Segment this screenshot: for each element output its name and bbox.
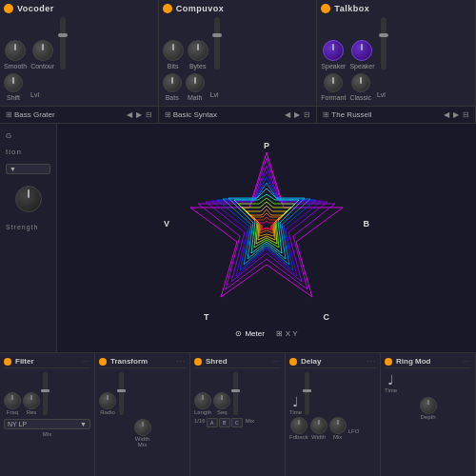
talkbox-next-arrow[interactable]: ▶ — [453, 110, 459, 119]
shred-fader[interactable] — [233, 372, 238, 415]
shred-indicator[interactable] — [194, 358, 202, 366]
filter-controls: Freq Res — [4, 372, 90, 415]
vocoder-module: Vocoder Smooth Contour Shift Lvl — [0, 0, 159, 123]
compuvox-math-group: Math — [186, 73, 205, 101]
delay-width-knob[interactable] — [310, 417, 327, 434]
vocoder-indicator[interactable] — [4, 4, 13, 13]
vocoder-prev-arrow[interactable]: ◀ — [127, 110, 132, 119]
transform-header: Transform ··· — [99, 357, 186, 368]
compuvox-next-arrow[interactable]: ▶ — [294, 110, 300, 119]
delay-indicator[interactable] — [289, 358, 297, 366]
vocoder-fader-thumb — [58, 33, 68, 37]
vocoder-shift-knob[interactable] — [4, 73, 23, 92]
compuvox-bytes-knob[interactable] — [188, 40, 208, 61]
compuvox-fader[interactable] — [214, 17, 220, 69]
shred-seq-knob[interactable] — [213, 392, 230, 409]
filter-indicator[interactable] — [4, 358, 11, 366]
vocoder-fader[interactable] — [60, 17, 66, 69]
filter-mix-fader[interactable] — [43, 372, 48, 415]
delay-fdback-knob[interactable] — [290, 417, 307, 434]
compuvox-knob-row1: Bits Bytes — [163, 17, 313, 69]
delay-width-group: Width — [310, 417, 327, 440]
vocoder-title: Vocoder — [17, 4, 54, 13]
shred-length-knob[interactable] — [194, 392, 211, 409]
transform-width-knob[interactable] — [134, 419, 151, 436]
talkbox-speaker1-knob[interactable] — [323, 40, 344, 61]
filter-freq-knob[interactable] — [4, 392, 21, 409]
filter-header: Filter ··· — [4, 357, 90, 368]
talkbox-preset-name: The Russell — [331, 110, 442, 119]
node-p: P — [264, 141, 269, 150]
talkbox-module: Talkbox Speaker Speaker Formant C — [317, 0, 476, 123]
transform-indicator[interactable] — [99, 358, 107, 366]
vocoder-preset-bar: ⊞ Bass Grater ◀ ▶ ⊟ — [0, 106, 158, 123]
transform-fader[interactable] — [119, 372, 124, 415]
delay-fader[interactable] — [305, 372, 309, 415]
filter-res-knob[interactable] — [23, 392, 40, 409]
talkbox-classic-knob[interactable] — [351, 73, 370, 92]
star-visualization: .star-path { fill: none; stroke-width: 1… — [162, 139, 371, 329]
transform-fader-thumb — [117, 389, 126, 392]
delay-mix-label: Mix — [333, 434, 342, 440]
transform-radio-knob[interactable] — [99, 392, 116, 409]
left-dropdown-value: ▼ — [10, 166, 16, 172]
compuvox-bytes-group: Bytes — [188, 40, 208, 69]
talkbox-speaker2-label: Speaker — [349, 63, 374, 69]
ringmod-depth-group: Depth — [385, 397, 471, 420]
vocoder-menu-icon[interactable]: ⊟ — [146, 110, 152, 119]
ringmod-indicator[interactable] — [385, 358, 392, 366]
xy-label: X Y — [286, 329, 298, 338]
compuvox-knob-row2: Bats Math Lvl — [163, 73, 313, 101]
compuvox-math-label: Math — [188, 94, 203, 101]
vocoder-settings-icon[interactable]: ⊞ — [6, 110, 12, 119]
talkbox-prev-arrow[interactable]: ◀ — [444, 110, 449, 119]
compuvox-title: Compuvox — [176, 4, 225, 13]
vocoder-contour-knob[interactable] — [32, 40, 53, 61]
delay-lfo-label: LFO — [348, 428, 360, 440]
talkbox-menu-icon[interactable]: ⊟ — [463, 110, 469, 119]
ringmod-depth-knob[interactable] — [420, 397, 437, 414]
vocoder-smooth-group: Smooth — [4, 40, 27, 69]
viz-controls: ⊙ Meter ⊞ X Y — [235, 329, 297, 338]
shred-btn-b[interactable]: B — [219, 418, 230, 427]
filter-title: Filter — [15, 357, 81, 366]
vocoder-smooth-knob[interactable] — [5, 40, 26, 61]
vocoder-shift-label: Shift — [7, 94, 20, 101]
left-dropdown[interactable]: ▼ — [6, 164, 50, 174]
shred-btn-c[interactable]: C — [231, 418, 243, 427]
talkbox-indicator[interactable] — [321, 4, 330, 13]
strength-knob[interactable] — [15, 186, 42, 212]
xy-button[interactable]: ⊞ X Y — [276, 329, 298, 338]
talkbox-formant-knob[interactable] — [324, 73, 343, 92]
vocoder-next-arrow[interactable]: ▶ — [136, 110, 142, 119]
compuvox-bits-knob[interactable] — [163, 40, 184, 61]
talkbox-title: Talkbox — [334, 4, 369, 13]
shred-controls: Length Seq — [194, 372, 281, 415]
delay-mix-group: Mix — [329, 417, 347, 440]
compuvox-indicator[interactable] — [163, 4, 172, 13]
talkbox-speaker2-group: Speaker — [349, 40, 374, 69]
shred-time-label: 1/16 — [194, 418, 206, 427]
compuvox-settings-icon[interactable]: ⊞ — [165, 110, 171, 119]
talkbox-settings-icon[interactable]: ⊞ — [323, 110, 329, 119]
delay-mix-knob[interactable] — [329, 417, 347, 434]
talkbox-fader[interactable] — [381, 17, 387, 69]
filter-dropdown[interactable]: NY LP ▼ — [4, 419, 90, 429]
meter-button[interactable]: ⊙ Meter — [235, 329, 264, 338]
compuvox-bats-group: Bats — [163, 73, 182, 101]
node-b: B — [364, 219, 370, 228]
meter-label: Meter — [245, 329, 264, 338]
compuvox-math-knob[interactable] — [186, 73, 205, 92]
vocoder-lvl-label-wrap: Lvl — [30, 84, 39, 101]
compuvox-bats-knob[interactable] — [163, 73, 182, 92]
delay-title: Delay — [301, 357, 367, 366]
compuvox-prev-arrow[interactable]: ◀ — [285, 110, 290, 119]
compuvox-menu-icon[interactable]: ⊟ — [304, 110, 310, 119]
shred-btn-a[interactable]: A — [207, 418, 218, 427]
compuvox-bits-label: Bits — [168, 63, 179, 69]
viz-area: P V B T C .star-path { fill: none; strok… — [57, 124, 476, 352]
compuvox-fader-thumb — [212, 33, 222, 37]
filter-mix-label: Mix — [4, 431, 90, 437]
talkbox-speaker2-knob[interactable] — [351, 40, 372, 61]
filter-dropdown-wrap: NY LP ▼ Mix — [4, 419, 90, 437]
